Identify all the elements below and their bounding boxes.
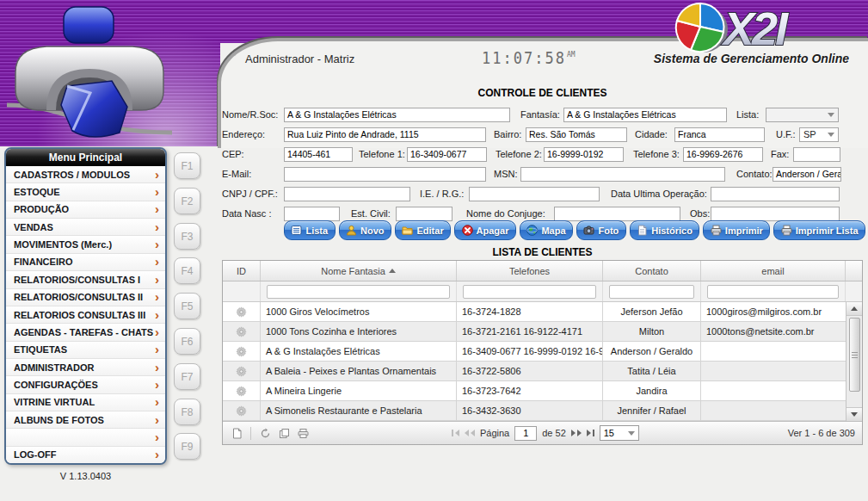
- cell-email: [701, 401, 864, 420]
- menu-item-cadastros[interactable]: CADASTROS / MODULOS›: [6, 166, 165, 183]
- table-row[interactable]: A Simonelis Restaurante e Pastelaria 16-…: [223, 401, 862, 421]
- row-gear-icon[interactable]: [223, 342, 261, 361]
- cell-fantasia: A Baleia - Peixes e Plantas Ornamentais: [261, 362, 457, 380]
- table-row[interactable]: 1000 Giros Velocímetros 16-3724-1828 Jef…: [223, 302, 862, 322]
- obs-field[interactable]: [711, 207, 840, 221]
- col-header-telefones[interactable]: Telefones: [457, 261, 603, 281]
- menu-item-configuracoes[interactable]: CONFIGURAÇÖES›: [6, 376, 165, 393]
- row-gear-icon[interactable]: [223, 381, 261, 400]
- cep-field[interactable]: 14405-461: [284, 147, 353, 162]
- menu-item-relatorios-2[interactable]: RELATORIOS/CONSULTAS II›: [6, 289, 165, 306]
- row-gear-icon[interactable]: [223, 401, 261, 420]
- copy-button[interactable]: [277, 426, 291, 440]
- lista-button[interactable]: Lista: [284, 220, 336, 240]
- endereco-field[interactable]: Rua Luiz Pinto de Andrade, 1115: [284, 127, 486, 142]
- imprimir-lista-button[interactable]: Imprimir Lista: [773, 220, 865, 240]
- mapa-button[interactable]: Mapa: [520, 220, 573, 240]
- cnpj-field[interactable]: [284, 187, 410, 201]
- vertical-scrollbar[interactable]: [846, 302, 862, 421]
- fkey-f9[interactable]: F9: [174, 433, 200, 460]
- ie-rg-field[interactable]: [469, 187, 600, 201]
- nome-field[interactable]: A & G Instalações Elétricas: [284, 108, 510, 122]
- menu-item-etiquetas[interactable]: ETIQUETAS›: [6, 342, 165, 359]
- menu-item-administrador[interactable]: ADMINISTRADOR›: [6, 359, 165, 376]
- fantasia-field[interactable]: A & G Instalações Elétricas: [563, 108, 727, 122]
- refresh-button[interactable]: [258, 426, 272, 440]
- page-number-input[interactable]: 1: [514, 426, 537, 441]
- novo-button[interactable]: Novo: [339, 220, 391, 240]
- row-gear-icon[interactable]: [223, 362, 261, 380]
- new-record-button[interactable]: [230, 426, 243, 440]
- lista-select[interactable]: [766, 108, 839, 122]
- system-tagline: Sistema de Gerenciamento Online: [654, 52, 849, 65]
- scrollbar-thumb[interactable]: [849, 318, 860, 392]
- telefone1-field[interactable]: 16-3409-0677: [407, 147, 487, 162]
- menu-item-producao[interactable]: PRODUÇÃO›: [6, 201, 165, 219]
- est-civil-field[interactable]: [396, 207, 452, 221]
- menu-item-financeiro[interactable]: FINANCEIRO›: [6, 254, 165, 271]
- bairro-label: Bairro:: [494, 127, 521, 142]
- fkey-f8[interactable]: F8: [174, 399, 200, 425]
- row-gear-icon[interactable]: [223, 302, 261, 321]
- fkey-f4[interactable]: F4: [174, 257, 200, 284]
- data-nasc-field[interactable]: [284, 207, 340, 221]
- last-page-button[interactable]: [587, 430, 594, 436]
- filter-email-input[interactable]: [707, 285, 839, 299]
- menu-item-vendas[interactable]: VENDAS›: [6, 219, 165, 236]
- page-size-select[interactable]: 15: [600, 425, 639, 441]
- table-row[interactable]: 1000 Tons Cozinha e Interiores 16-3721-2…: [223, 322, 862, 342]
- col-header-fantasia[interactable]: Nome Fantasia: [261, 261, 457, 281]
- historico-button[interactable]: Histórico: [630, 220, 700, 240]
- table-row[interactable]: A Mineira Lingerie 16-3723-7642 Jandira: [223, 381, 862, 401]
- filter-telefones-input[interactable]: [463, 285, 596, 299]
- conjuge-field[interactable]: [554, 207, 680, 221]
- filter-fantasia-input[interactable]: [267, 285, 450, 299]
- chevron-right-icon: ›: [155, 380, 159, 389]
- fkey-f7[interactable]: F7: [174, 363, 200, 390]
- filter-contato-input[interactable]: [609, 285, 694, 299]
- apagar-button[interactable]: Apagar: [454, 220, 516, 240]
- menu-item-movimentos[interactable]: MOVIMENTOS (Merc.)›: [6, 236, 165, 253]
- menu-item-blank[interactable]: ›: [6, 429, 165, 446]
- fkey-f1[interactable]: F1: [174, 152, 200, 179]
- print-list-button[interactable]: [296, 426, 310, 440]
- table-row[interactable]: A & G Instalações Elétricas 16-3409-0677…: [223, 342, 862, 362]
- telefone3-field[interactable]: 16-9969-2676: [683, 147, 763, 162]
- scroll-up-button[interactable]: [846, 302, 862, 316]
- foto-button[interactable]: Foto: [576, 220, 626, 240]
- col-header-email[interactable]: email: [701, 261, 846, 281]
- menu-item-estoque[interactable]: ESTOQUE›: [6, 183, 165, 201]
- telefone2-field[interactable]: 16-9999-0192: [544, 147, 624, 162]
- contato-field[interactable]: Anderson / Geraldo: [773, 167, 841, 182]
- menu-item-agendas[interactable]: AGENDAS - TAREFAS - CHATS›: [6, 324, 165, 341]
- chevron-down-icon: [828, 113, 834, 117]
- fkey-f2[interactable]: F2: [174, 188, 200, 214]
- menu-item-relatorios-3[interactable]: RELATORIOS CONSULTAS III›: [6, 306, 165, 324]
- uf-select[interactable]: SP: [799, 127, 839, 142]
- col-header-contato[interactable]: Contato: [603, 261, 701, 281]
- imprimir-button[interactable]: Imprimir: [703, 220, 770, 240]
- printer-icon: [711, 225, 722, 236]
- first-page-button[interactable]: [452, 430, 459, 436]
- col-header-id[interactable]: ID: [223, 261, 261, 281]
- menu-item-relatorios-1[interactable]: RELATORIOS/CONSULTAS I›: [6, 271, 165, 288]
- next-page-button[interactable]: [571, 430, 582, 436]
- fkey-f5[interactable]: F5: [174, 293, 200, 319]
- msn-field[interactable]: [520, 167, 725, 182]
- menu-item-albuns[interactable]: ALBUNS DE FOTOS›: [6, 411, 165, 429]
- data-nasc-label: Data Nasc :: [222, 207, 271, 221]
- scroll-down-button[interactable]: [846, 407, 862, 421]
- prev-page-button[interactable]: [465, 430, 475, 436]
- menu-item-vitrine[interactable]: VITRINE VIRTUAL›: [6, 394, 165, 411]
- cidade-field[interactable]: Franca: [674, 127, 765, 142]
- data-ultima-field[interactable]: [711, 187, 840, 201]
- email-field[interactable]: [284, 167, 486, 182]
- menu-item-logoff[interactable]: LOG-OFF›: [6, 447, 165, 463]
- fkey-f6[interactable]: F6: [174, 328, 200, 355]
- editar-button[interactable]: Editar: [395, 220, 451, 240]
- bairro-field[interactable]: Res. São Tomás: [526, 127, 627, 142]
- fkey-f3[interactable]: F3: [174, 223, 200, 250]
- fax-field[interactable]: [793, 147, 840, 162]
- table-row[interactable]: A Baleia - Peixes e Plantas Ornamentais …: [223, 362, 862, 381]
- row-gear-icon[interactable]: [223, 322, 261, 341]
